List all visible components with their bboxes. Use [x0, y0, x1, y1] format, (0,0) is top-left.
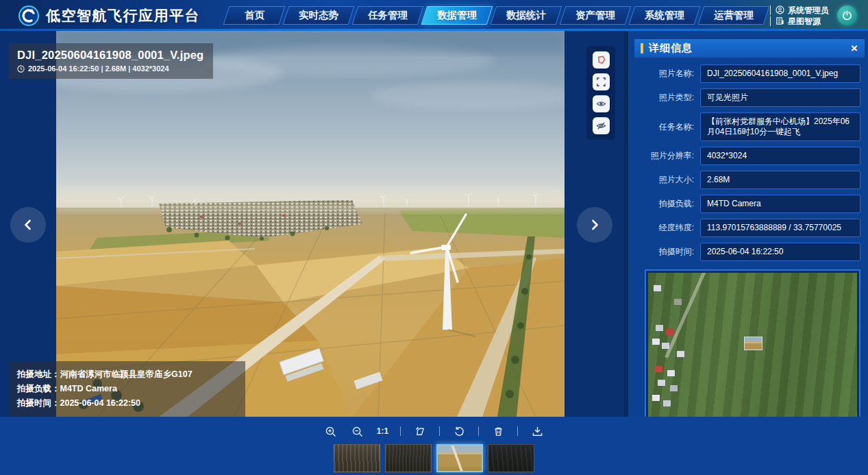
- detail-fields: 照片名称: DJI_20250604161908_0001_V.jpeg 照片类…: [628, 64, 868, 261]
- toolbar-separator: [400, 426, 401, 436]
- eye-off-icon: [596, 121, 606, 131]
- bottom-bar: 1:1: [0, 417, 868, 475]
- power-icon: [842, 10, 852, 21]
- map-buildings: [654, 285, 661, 291]
- photo-viewer-area: DJI_20250604161908_0001_V.jpeg 2025-06-0…: [0, 31, 624, 417]
- prev-photo-button[interactable]: [10, 207, 46, 243]
- field-shot-time: 拍摄时间: 2025-06-04 16:22:50: [639, 243, 860, 261]
- zoom-in-icon: [325, 426, 336, 437]
- thumbnail-3-selected[interactable]: [436, 444, 483, 472]
- nav-tab-tasks[interactable]: 任务管理: [352, 6, 424, 25]
- eye-icon: [596, 99, 606, 109]
- flip-icon: [414, 426, 426, 437]
- field-photo-type: 照片类型: 可见光照片: [639, 88, 860, 107]
- thumbnail-strip: [0, 444, 868, 472]
- download-icon: [532, 426, 543, 437]
- power-button[interactable]: [837, 5, 857, 25]
- clock-icon: [17, 65, 25, 73]
- toolbar-separator: [439, 426, 440, 436]
- thumbnail-2[interactable]: [385, 444, 432, 472]
- rotate-left-icon: [454, 426, 465, 437]
- image-toolbar: 1:1: [0, 423, 868, 439]
- user-icon: [776, 5, 784, 14]
- photo-filename: DJI_20250604161908_0001_V.jpeg: [17, 49, 203, 62]
- field-size: 照片大小: 2.68M: [639, 171, 860, 189]
- chevron-left-icon: [21, 218, 35, 232]
- shot-address: 拍摄地址：河南省漯河市临颍县皇帝庙乡G107: [17, 367, 234, 382]
- panel-title: 详细信息: [649, 42, 693, 55]
- nav-tab-assets[interactable]: 资产管理: [560, 6, 632, 25]
- polygon-annotation-icon: [596, 55, 606, 65]
- detail-panel-header: 详细信息 ×: [634, 39, 865, 58]
- trash-icon: [493, 426, 504, 437]
- field-photo-name: 照片名称: DJI_20250604161908_0001_V.jpeg: [639, 64, 860, 83]
- viewer-tool-column: [586, 46, 615, 140]
- hide-annotations-button[interactable]: [593, 117, 610, 134]
- location-map-frame: [645, 269, 860, 425]
- top-navigation-bar: 低空智航飞行应用平台 首页 实时态势 任务管理 数据管理 数据统计 资产管理 系…: [0, 0, 868, 31]
- field-task-name: 任务名称: 【前张村党群服务中心机场】2025年06月04日16时10分一键起飞: [639, 112, 860, 141]
- organization-icon: [776, 16, 784, 25]
- panel-accent-bar: [641, 43, 643, 53]
- nav-tab-data-management[interactable]: 数据管理: [421, 6, 493, 25]
- fullscreen-icon: [596, 77, 606, 87]
- main-nav-tabs: 首页 实时态势 任务管理 数据管理 数据统计 资产管理 系统管理 运营管理: [226, 6, 767, 25]
- chevron-right-icon: [588, 218, 602, 232]
- shot-info-overlay: 拍摄地址：河南省漯河市临颍县皇帝庙乡G107 拍摄负载：M4TD Camera …: [9, 361, 245, 417]
- detail-panel: 详细信息 × 照片名称: DJI_20250604161908_0001_V.j…: [624, 31, 868, 417]
- nav-tab-system[interactable]: 系统管理: [629, 6, 701, 25]
- main-photo-canvas[interactable]: [56, 31, 565, 417]
- shot-payload: 拍摄负载：M4TD Camera: [17, 382, 234, 396]
- zoom-out-icon: [351, 426, 363, 437]
- next-photo-button[interactable]: [577, 207, 612, 243]
- zoom-in-button[interactable]: [323, 424, 338, 439]
- map-road: [665, 273, 710, 358]
- nav-tab-operations[interactable]: 运营管理: [698, 6, 770, 25]
- show-annotations-button[interactable]: [593, 95, 610, 112]
- shot-time: 拍摄时间：2025-06-04 16:22:50: [17, 396, 234, 411]
- fullscreen-button[interactable]: [593, 73, 610, 90]
- zoom-out-button[interactable]: [350, 424, 365, 439]
- polygon-annotation-button[interactable]: [593, 51, 610, 69]
- user-org: 星图智源: [770, 16, 829, 26]
- thumbnail-1[interactable]: [334, 444, 380, 472]
- photo-meta-text: 2025-06-04 16:22:50 | 2.68M | 4032*3024: [28, 64, 169, 73]
- app-brand: 低空智航飞行应用平台: [0, 5, 200, 27]
- nav-tab-home[interactable]: 首页: [223, 6, 286, 25]
- location-map: [648, 273, 857, 422]
- user-zone: 系统管理员 星图智源: [770, 5, 868, 26]
- flip-button[interactable]: [412, 424, 427, 439]
- aerial-photo: [56, 31, 565, 417]
- nav-tab-statistics[interactable]: 数据统计: [491, 6, 562, 25]
- toolbar-separator: [478, 426, 479, 436]
- actual-size-button[interactable]: 1:1: [377, 426, 388, 436]
- field-coordinates: 经度纬度: 113.97015763888889 / 33.75770025: [639, 219, 860, 237]
- thumbnail-4[interactable]: [488, 444, 534, 472]
- user-role: 系统管理员: [770, 5, 829, 15]
- app-logo-icon: [18, 5, 40, 27]
- close-panel-button[interactable]: ×: [851, 42, 858, 54]
- nav-tab-realtime[interactable]: 实时态势: [283, 6, 355, 25]
- delete-button[interactable]: [491, 424, 506, 439]
- field-payload: 拍摄负载: M4TD Camera: [639, 195, 860, 213]
- app-title: 低空智航飞行应用平台: [46, 6, 200, 25]
- toolbar-separator: [517, 426, 518, 436]
- field-resolution: 照片分辨率: 4032*3024: [639, 147, 860, 165]
- photo-info-overlay: DJI_20250604161908_0001_V.jpeg 2025-06-0…: [9, 43, 213, 79]
- download-button[interactable]: [530, 424, 545, 439]
- photo-location-marker: [744, 337, 762, 350]
- rotate-left-button[interactable]: [451, 424, 467, 439]
